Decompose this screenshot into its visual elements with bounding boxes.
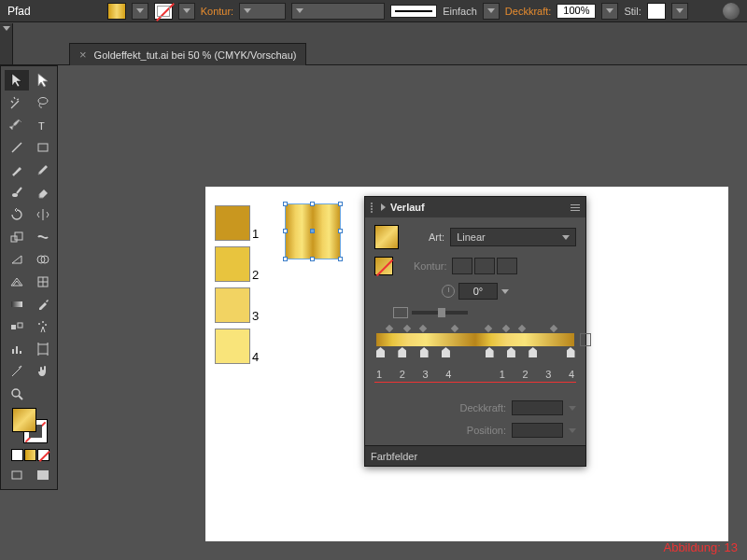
fill-indicator[interactable] (12, 408, 36, 432)
screen-mode-toggle[interactable] (31, 465, 55, 485)
line-tool[interactable] (5, 137, 29, 158)
pencil-tool[interactable] (31, 160, 55, 180)
tools-collapse[interactable] (0, 23, 13, 64)
stroke-gradient-swatch[interactable] (374, 257, 393, 275)
blend-tool[interactable] (5, 316, 29, 337)
svg-line-21 (19, 396, 22, 399)
fill-stroke-indicator[interactable] (5, 406, 55, 445)
style-label: Stil: (624, 6, 641, 17)
svg-rect-10 (11, 301, 22, 307)
panel-title: Verlauf (390, 202, 425, 213)
shape-builder-tool[interactable] (31, 249, 55, 270)
swatch-2[interactable] (215, 246, 250, 282)
symbol-sprayer-tool[interactable] (31, 316, 55, 337)
eraser-tool[interactable] (31, 182, 55, 203)
mesh-tool[interactable] (31, 272, 55, 292)
selected-object[interactable] (285, 203, 341, 259)
stroke-swatch[interactable] (154, 3, 173, 20)
swatch-column: 1 2 3 4 (215, 205, 259, 364)
toolbox: T (0, 65, 58, 490)
type-label: Art: (429, 231, 444, 243)
svg-rect-5 (11, 236, 17, 242)
trash-icon[interactable] (580, 333, 591, 346)
scale-tool[interactable] (5, 227, 29, 247)
rectangle-tool[interactable] (31, 137, 55, 158)
free-transform-tool[interactable] (5, 249, 29, 270)
swatch-3[interactable] (215, 287, 250, 323)
artboard-tool[interactable] (31, 339, 55, 359)
gradient-ramp[interactable] (376, 333, 574, 346)
zoom-tool[interactable] (5, 384, 29, 404)
svg-point-20 (12, 389, 20, 397)
width-tool[interactable] (31, 227, 55, 247)
gradient-tool[interactable] (5, 294, 29, 315)
swatches-panel-title[interactable]: Farbfelder (365, 445, 585, 466)
blob-brush-tool[interactable] (5, 182, 29, 203)
stop-position-field[interactable] (512, 423, 563, 438)
kontur-label: Kontur: (201, 6, 233, 17)
grip-icon[interactable] (371, 203, 373, 213)
svg-point-4 (12, 193, 18, 197)
lasso-tool[interactable] (31, 92, 55, 113)
stroke-width-profile[interactable] (291, 3, 385, 20)
pen-tool[interactable] (5, 115, 29, 135)
style-dropdown[interactable] (671, 3, 688, 20)
svg-rect-16 (12, 349, 14, 354)
panel-menu-icon[interactable] (571, 204, 580, 211)
gradient-panel: Verlauf Art: Linear Kontur: 1234 (364, 196, 586, 467)
rotate-tool[interactable] (5, 204, 29, 225)
svg-rect-3 (38, 144, 48, 151)
aspect-slider[interactable] (393, 307, 576, 318)
document-tab[interactable]: × Goldeffekt_tut.ai bei 50 % (CMYK/Vorsc… (69, 43, 306, 65)
document-title: Goldeffekt_tut.ai bei 50 % (CMYK/Vorscha… (94, 49, 297, 61)
svg-point-14 (42, 321, 44, 323)
svg-text:T: T (38, 120, 45, 132)
swatch-4[interactable] (215, 329, 250, 364)
fill-swatch[interactable] (107, 3, 126, 20)
swatch-1[interactable] (215, 205, 250, 241)
slice-tool[interactable] (5, 361, 29, 382)
perspective-grid-tool[interactable] (5, 272, 29, 292)
hand-tool[interactable] (31, 361, 55, 382)
tab-bar: × Goldeffekt_tut.ai bei 50 % (CMYK/Vorsc… (0, 22, 747, 65)
magic-wand-tool[interactable] (5, 92, 29, 113)
direct-selection-tool[interactable] (31, 70, 55, 91)
eyedropper-tool[interactable] (31, 294, 55, 315)
stroke-dropdown[interactable] (178, 3, 195, 20)
style-swatch[interactable] (647, 3, 666, 20)
svg-line-2 (12, 143, 21, 152)
color-mode-buttons[interactable] (11, 449, 49, 461)
collapse-icon[interactable] (381, 203, 386, 211)
svg-point-13 (38, 323, 40, 325)
mode-label: Pfad (7, 5, 31, 18)
stroke-weight[interactable] (239, 3, 286, 20)
stop-numbers: 1234 1234 (374, 356, 576, 380)
brush-dropdown[interactable] (483, 3, 500, 20)
svg-rect-11 (11, 325, 16, 329)
type-tool[interactable]: T (31, 115, 55, 135)
svg-point-15 (45, 324, 47, 326)
brush-preview[interactable] (390, 5, 437, 18)
opacity-label-panel: Deckkraft: (459, 402, 506, 413)
svg-point-0 (38, 98, 48, 105)
reflect-tool[interactable] (31, 204, 55, 225)
close-icon[interactable]: × (79, 48, 87, 62)
panel-titlebar[interactable]: Verlauf (365, 197, 585, 217)
gradient-preview[interactable] (374, 225, 399, 249)
selection-tool[interactable] (5, 70, 29, 91)
fill-dropdown[interactable] (132, 3, 148, 20)
column-graph-tool[interactable] (5, 339, 29, 359)
position-label: Position: (467, 425, 506, 436)
kontur-label-panel: Kontur: (414, 260, 446, 272)
stop-opacity-field[interactable] (512, 400, 563, 415)
gradient-type-select[interactable]: Linear (450, 228, 576, 246)
screen-mode-normal[interactable] (5, 465, 29, 485)
opacity-field[interactable]: 100% (557, 4, 596, 19)
stroke-gradient-buttons[interactable] (452, 258, 517, 274)
globe-icon[interactable] (723, 3, 740, 20)
control-bar: Pfad Kontur: Einfach Deckkraft: 100% Sti… (0, 0, 747, 22)
angle-input[interactable] (442, 283, 509, 300)
paintbrush-tool[interactable] (5, 160, 29, 180)
svg-rect-12 (18, 323, 22, 328)
opacity-dropdown[interactable] (601, 3, 618, 20)
